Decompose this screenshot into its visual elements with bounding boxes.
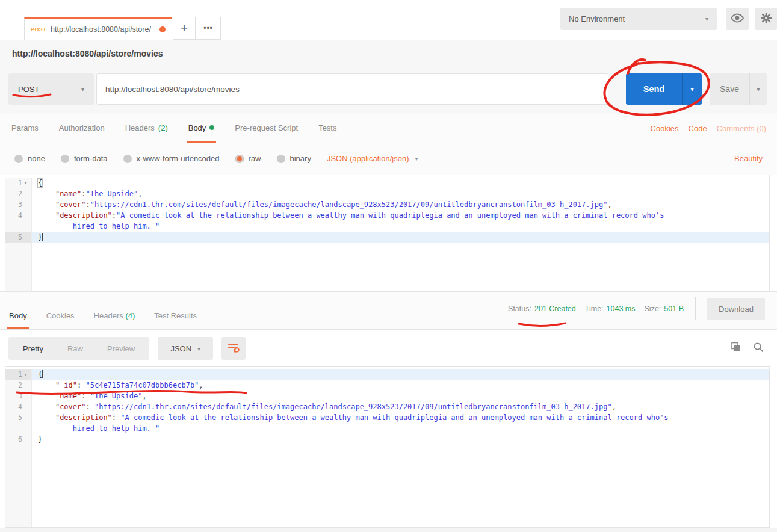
wrap-text-button[interactable]: [221, 337, 246, 360]
tab-headers[interactable]: Headers(2): [123, 114, 170, 143]
code-fold-icon[interactable]: ▾: [22, 369, 29, 380]
body-mode-bar: none form-data x-www-form-urlencoded raw…: [0, 143, 777, 175]
method-select[interactable]: POST ▾: [8, 73, 94, 105]
radio-icon: [14, 155, 23, 163]
code-line-row[interactable]: 6}: [5, 434, 769, 445]
radio-icon: [123, 155, 132, 163]
save-button[interactable]: Save ▾: [710, 73, 767, 105]
header-bar: POST http://localhost:8080/api/store/ + …: [0, 0, 777, 40]
method-label: POST: [18, 85, 39, 94]
mode-binary[interactable]: binary: [277, 154, 311, 163]
headers-count-badge: (2): [158, 123, 168, 132]
save-options-button[interactable]: ▾: [749, 73, 767, 105]
text-cursor: [42, 370, 43, 378]
response-body-editor[interactable]: 1▾{2 "_id": "5c4e715fa74c07dbbb6ecb7b",3…: [5, 366, 770, 528]
download-button[interactable]: Download: [707, 298, 765, 320]
tab-params[interactable]: Params: [10, 114, 40, 143]
chevron-down-icon: ▾: [415, 155, 418, 162]
status-label: Status:: [508, 305, 531, 313]
send-options-button[interactable]: ▾: [682, 73, 702, 105]
text-cursor: [42, 233, 43, 241]
line-number-gutter: 6: [5, 434, 32, 445]
request-title-row: http://localhost:8080/api/store/movies: [0, 40, 777, 67]
response-status-group: Status:201 Created Time:1043 ms Size:501…: [508, 297, 765, 321]
request-body-editor[interactable]: 1▾{2 "name":"The Upside",3 "cover":"http…: [5, 175, 770, 291]
code-line-row[interactable]: 3 "cover":"https://cdn1.thr.com/sites/de…: [5, 199, 769, 210]
code-line-row[interactable]: hired to help him. ": [5, 221, 769, 232]
environment-select[interactable]: No Environment ▾: [560, 8, 717, 30]
code-line-row[interactable]: 3 "name": "The Upside",: [5, 391, 769, 401]
tab-pre-request-script[interactable]: Pre-request Script: [233, 114, 300, 143]
request-title: http://localhost:8080/api/store/movies: [12, 49, 163, 58]
time-value: 1043 ms: [607, 305, 636, 313]
response-headers-count: (4): [125, 311, 135, 320]
line-number-gutter: 4: [5, 401, 32, 412]
copy-icon[interactable]: [730, 342, 741, 355]
response-tab-headers[interactable]: Headers (4): [92, 303, 137, 329]
request-tabs-bar: Params Authorization Headers(2) Body Pre…: [0, 114, 777, 143]
code-line-row[interactable]: 4 "description":"A comedic look at the r…: [5, 210, 769, 221]
chevron-down-icon: ▾: [197, 345, 200, 352]
time-label: Time:: [585, 305, 604, 313]
save-label: Save: [710, 73, 749, 105]
chevron-down-icon: ▾: [705, 16, 708, 22]
tab-tests[interactable]: Tests: [317, 114, 338, 143]
chevron-down-icon: ▾: [690, 86, 693, 93]
line-number-gutter: 1▾: [5, 369, 32, 380]
view-raw[interactable]: Raw: [55, 344, 95, 353]
size-value: 501 B: [664, 305, 684, 313]
size-label: Size:: [645, 305, 661, 313]
environment-quick-look-button[interactable]: [726, 8, 749, 30]
code-line-row[interactable]: hired to help him. ": [5, 423, 769, 434]
new-tab-button[interactable]: +: [173, 17, 196, 40]
response-format-select[interactable]: JSON ▾: [158, 337, 213, 360]
chevron-down-icon: ▾: [757, 86, 760, 93]
code-line-row[interactable]: 4 "cover": "https://cdn1.thr.com/sites/d…: [5, 401, 769, 412]
request-builder: POST ▾ http://localhost:8080/api/store/m…: [0, 67, 777, 114]
request-tab[interactable]: POST http://localhost:8080/api/store/: [24, 17, 172, 40]
chevron-down-icon: ▾: [81, 86, 84, 93]
url-input[interactable]: http://localhost:8080/api/store/movies: [96, 73, 608, 105]
mode-form-data[interactable]: form-data: [61, 154, 108, 163]
code-line-row[interactable]: 1▾{: [5, 369, 769, 380]
code-line-row[interactable]: 5}: [5, 232, 769, 243]
line-number-gutter: [5, 221, 32, 232]
mode-x-www-form-urlencoded[interactable]: x-www-form-urlencoded: [123, 154, 220, 163]
body-content-dot: [209, 125, 214, 130]
mode-raw[interactable]: raw: [235, 154, 261, 163]
code-line-row[interactable]: 2 "_id": "5c4e715fa74c07dbbb6ecb7b",: [5, 380, 769, 391]
response-tabs: Body Cookies Headers (4) Test Results: [7, 303, 199, 329]
settings-button[interactable]: [755, 8, 777, 30]
tab-options-button[interactable]: •••: [196, 17, 221, 40]
environment-label: No Environment: [569, 14, 625, 23]
send-button[interactable]: Send ▾: [626, 73, 702, 105]
cookies-link[interactable]: Cookies: [651, 124, 679, 133]
view-preview[interactable]: Preview: [95, 344, 147, 353]
search-icon[interactable]: [753, 342, 764, 355]
status-value: 201 Created: [534, 305, 576, 313]
response-tools: [730, 342, 777, 355]
code-line-row[interactable]: 5 "description": "A comedic look at the …: [5, 412, 769, 423]
code-link[interactable]: Code: [689, 124, 707, 133]
line-number-gutter: 5: [5, 412, 32, 423]
postman-app: POST http://localhost:8080/api/store/ + …: [0, 0, 777, 532]
tab-body[interactable]: Body: [187, 114, 217, 143]
view-pretty[interactable]: Pretty: [11, 344, 55, 353]
tab-authorization[interactable]: Authorization: [57, 114, 107, 143]
response-toolbar: Pretty Raw Preview JSON ▾: [0, 336, 777, 361]
line-number-gutter: 2: [5, 380, 32, 391]
content-type-select[interactable]: JSON (application/json) ▾: [327, 154, 418, 163]
response-tab-test-results[interactable]: Test Results: [152, 303, 199, 329]
code-fold-icon[interactable]: ▾: [22, 178, 29, 188]
mode-none[interactable]: none: [14, 154, 45, 163]
beautify-link[interactable]: Beautify: [734, 154, 763, 163]
tab-url-label: http://localhost:8080/api/store/: [51, 25, 151, 34]
response-tab-body[interactable]: Body: [7, 303, 29, 329]
code-line-row[interactable]: 2 "name":"The Upside",: [5, 188, 769, 199]
line-number-gutter: 2: [5, 188, 32, 199]
radio-icon: [277, 155, 285, 163]
comments-link[interactable]: Comments (0): [717, 124, 766, 133]
eye-icon: [731, 13, 744, 25]
response-tab-cookies[interactable]: Cookies: [45, 303, 76, 329]
code-line-row[interactable]: 1▾{: [5, 178, 769, 188]
